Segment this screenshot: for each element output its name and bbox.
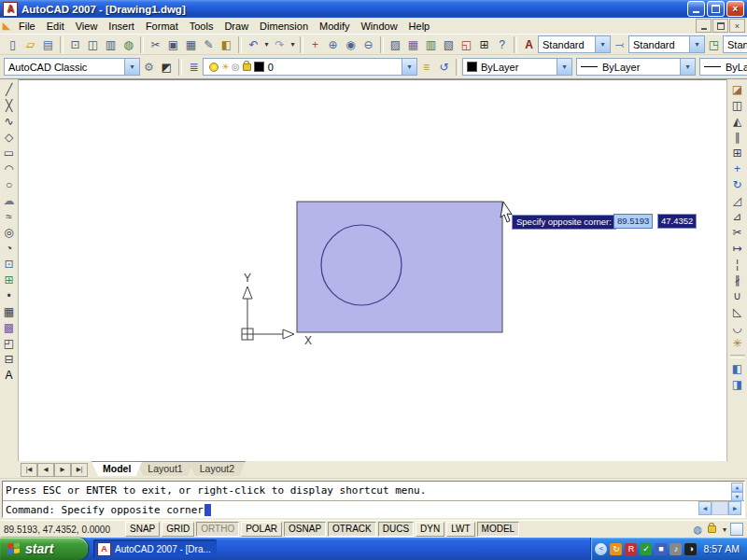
rectangle-icon[interactable]: ▭ bbox=[0, 146, 19, 161]
menu-file[interactable]: File bbox=[13, 21, 41, 32]
undo-arrow-icon[interactable]: ▾ bbox=[262, 36, 271, 53]
plot-icon[interactable]: ⊡ bbox=[66, 36, 84, 53]
menu-tools[interactable]: Tools bbox=[184, 21, 219, 32]
scroll-left-icon[interactable]: ◀ bbox=[698, 501, 712, 515]
zoom-previous-icon[interactable]: ⊖ bbox=[359, 36, 377, 53]
mdi-close-button[interactable]: × bbox=[729, 19, 745, 33]
zoom-window-icon[interactable]: ◉ bbox=[342, 36, 359, 53]
scrollbar-track[interactable] bbox=[712, 501, 728, 515]
dynamic-input-y-field[interactable]: 47.4352 bbox=[657, 214, 697, 229]
restore-button[interactable] bbox=[707, 1, 725, 17]
tray-r-app-icon[interactable]: R bbox=[625, 543, 637, 555]
cut-icon[interactable]: ✂ bbox=[147, 36, 164, 53]
bring-to-front-icon[interactable]: ◧ bbox=[728, 361, 747, 377]
tab-first-button[interactable]: |◀ bbox=[21, 463, 37, 477]
command-scrollbar-horizontal[interactable]: ◀ ▶ bbox=[698, 501, 741, 515]
lineweight-combo[interactable]: ByLayer bbox=[699, 58, 747, 76]
toggle-model[interactable]: MODEL bbox=[477, 522, 520, 537]
gradient-icon[interactable]: ▩ bbox=[0, 320, 19, 336]
chevron-down-icon[interactable] bbox=[595, 36, 610, 52]
menu-window[interactable]: Window bbox=[355, 21, 402, 32]
chevron-down-icon[interactable] bbox=[689, 36, 704, 52]
markup-icon[interactable]: ◱ bbox=[458, 36, 475, 53]
coordinate-readout[interactable]: 89.5193, 47.4352, 0.0000 bbox=[4, 525, 125, 535]
tool-palettes-icon[interactable]: ▥ bbox=[422, 36, 440, 53]
region-icon[interactable]: ◰ bbox=[0, 336, 19, 352]
tab-prev-button[interactable]: ◀ bbox=[37, 463, 54, 477]
minimize-button[interactable] bbox=[687, 1, 705, 17]
block-editor-icon[interactable]: ◧ bbox=[218, 36, 235, 53]
toggle-polar[interactable]: POLAR bbox=[241, 522, 282, 537]
redo-icon[interactable]: ↷ bbox=[271, 36, 289, 53]
layer-properties-icon[interactable]: ≣ bbox=[185, 59, 203, 76]
copy-icon[interactable]: ▣ bbox=[164, 36, 182, 53]
clean-screen-button[interactable] bbox=[730, 523, 743, 536]
drawing-canvas[interactable]: Y X Specify opposite corner: 89.5193 47.… bbox=[19, 79, 726, 461]
toggle-osnap[interactable]: OSNAP bbox=[284, 522, 326, 537]
command-scrollbar-vertical[interactable]: ▲ ▼ bbox=[731, 483, 743, 499]
ellipse-icon[interactable]: ◎ bbox=[0, 225, 19, 241]
toggle-dyn[interactable]: DYN bbox=[416, 522, 444, 537]
hatch-icon[interactable]: ▦ bbox=[0, 304, 19, 320]
table-style-combo[interactable]: Standard bbox=[723, 35, 747, 53]
menu-edit[interactable]: Edit bbox=[41, 21, 70, 32]
quickcalc-icon[interactable]: ⊞ bbox=[475, 36, 493, 53]
toggle-ducs[interactable]: DUCS bbox=[378, 522, 414, 537]
polyline-icon[interactable]: ∿ bbox=[0, 114, 19, 130]
chevron-down-icon[interactable] bbox=[402, 59, 416, 75]
undo-icon[interactable]: ↶ bbox=[245, 36, 262, 53]
chevron-down-icon[interactable] bbox=[124, 59, 139, 75]
make-block-icon[interactable]: ⊞ bbox=[0, 273, 19, 288]
layer-previous-icon[interactable]: ↺ bbox=[435, 59, 453, 76]
insert-block-icon[interactable]: ⊡ bbox=[0, 257, 19, 273]
pan-icon[interactable]: + bbox=[306, 36, 324, 53]
mdi-restore-button[interactable] bbox=[712, 19, 728, 33]
scroll-right-icon[interactable]: ▶ bbox=[728, 501, 741, 515]
menu-dimension[interactable]: Dimension bbox=[254, 21, 314, 32]
mirror-icon[interactable]: ◭ bbox=[728, 114, 747, 130]
sheetset-icon[interactable]: ▧ bbox=[440, 36, 458, 53]
open-icon[interactable]: ▱ bbox=[21, 36, 39, 53]
tray-update-icon[interactable]: ↻ bbox=[610, 543, 622, 555]
layer-on-bulb-icon[interactable] bbox=[209, 63, 218, 72]
tab-last-button[interactable]: ▶| bbox=[71, 463, 88, 477]
publish-icon[interactable]: ▥ bbox=[102, 36, 120, 53]
toggle-ortho[interactable]: ORTHO bbox=[196, 522, 239, 537]
communication-center-icon[interactable]: ◍ bbox=[693, 524, 702, 536]
workspace-settings-icon[interactable]: ⚙ bbox=[140, 59, 158, 76]
chevron-down-icon[interactable] bbox=[680, 59, 695, 75]
ellipse-arc-icon[interactable]: ◔ bbox=[0, 241, 19, 257]
scroll-up-icon[interactable]: ▲ bbox=[731, 483, 743, 492]
tray-chevron-icon[interactable]: < bbox=[595, 543, 607, 555]
explode-icon[interactable]: ✳ bbox=[728, 336, 747, 352]
break-at-point-icon[interactable]: ¦ bbox=[728, 257, 747, 273]
save-icon[interactable]: ▤ bbox=[39, 36, 57, 53]
chamfer-icon[interactable]: ◺ bbox=[728, 304, 747, 320]
mdi-minimize-button[interactable] bbox=[696, 19, 712, 33]
properties-icon[interactable]: ▨ bbox=[387, 36, 404, 53]
toolbar-lock-icon[interactable] bbox=[708, 525, 716, 533]
array-icon[interactable]: ⊞ bbox=[728, 146, 747, 161]
chevron-down-icon[interactable] bbox=[557, 59, 571, 75]
toggle-otrack[interactable]: OTRACK bbox=[328, 522, 376, 537]
text-style-combo[interactable]: Standard bbox=[538, 35, 611, 53]
match-properties-icon[interactable]: ✎ bbox=[200, 36, 218, 53]
break-icon[interactable]: ∦ bbox=[728, 273, 747, 288]
dim-style-combo[interactable]: Standard bbox=[628, 35, 705, 53]
fillet-icon[interactable]: ◡ bbox=[728, 320, 747, 336]
tab-layout1[interactable]: Layout1 bbox=[136, 461, 193, 476]
paste-icon[interactable]: ▦ bbox=[182, 36, 200, 53]
layer-freeze-sun-icon[interactable]: ☀ bbox=[221, 62, 230, 72]
help-icon[interactable]: ? bbox=[493, 36, 511, 53]
toggle-snap[interactable]: SNAP bbox=[125, 522, 160, 537]
circle-icon[interactable]: ○ bbox=[0, 177, 19, 193]
tray-volume-icon[interactable]: ♪ bbox=[669, 543, 682, 555]
make-layer-current-icon[interactable]: ≡ bbox=[417, 59, 435, 76]
menu-draw[interactable]: Draw bbox=[218, 21, 254, 32]
table-icon[interactable]: ⊟ bbox=[0, 352, 19, 368]
rotate-icon[interactable]: ↻ bbox=[728, 177, 747, 193]
linetype-combo[interactable]: ByLayer bbox=[576, 58, 696, 76]
move-icon[interactable]: + bbox=[728, 161, 747, 177]
send-to-back-icon[interactable]: ◨ bbox=[728, 377, 747, 393]
menu-modify[interactable]: Modify bbox=[314, 21, 355, 32]
